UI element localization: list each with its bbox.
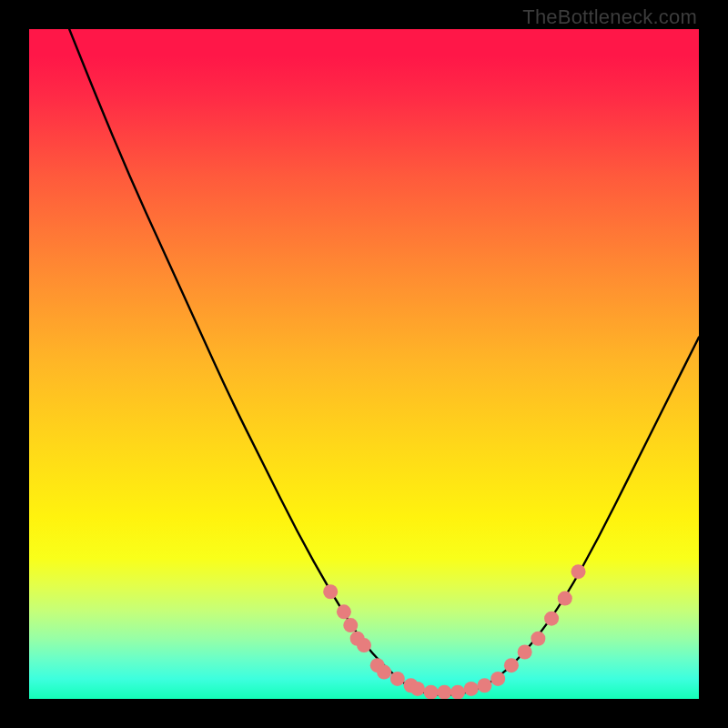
highlight-dot xyxy=(323,584,338,599)
highlight-dot xyxy=(477,678,491,693)
plot-area xyxy=(29,29,699,699)
watermark-text: TheBottleneck.com xyxy=(522,5,697,29)
highlight-dot xyxy=(544,612,559,626)
highlight-dot xyxy=(424,685,439,699)
highlight-dot xyxy=(357,638,371,652)
highlight-dot xyxy=(531,632,545,646)
highlight-dot xyxy=(377,665,391,680)
highlight-dot xyxy=(437,685,451,699)
highlight-dot xyxy=(390,672,405,686)
highlight-dot xyxy=(518,644,532,659)
chart-frame: TheBottleneck.com xyxy=(0,0,728,728)
highlight-dot xyxy=(464,682,479,696)
highlight-dots xyxy=(323,564,585,699)
bottleneck-curve xyxy=(69,29,699,694)
highlight-dot xyxy=(571,564,586,579)
highlight-dot xyxy=(343,618,358,632)
highlight-dot xyxy=(504,658,519,672)
highlight-dot xyxy=(450,685,465,699)
chart-svg xyxy=(29,29,699,699)
highlight-dot xyxy=(410,682,425,696)
highlight-dot xyxy=(490,672,505,686)
highlight-dot xyxy=(558,592,572,606)
highlight-dot xyxy=(337,604,351,619)
